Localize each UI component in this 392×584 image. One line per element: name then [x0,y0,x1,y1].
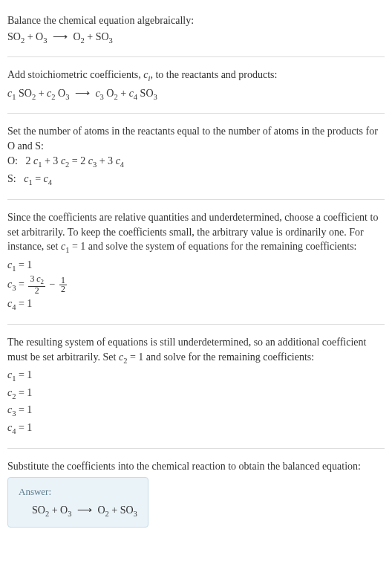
divider [7,448,385,449]
step-balance-intro: Balance the chemical equation algebraica… [7,6,385,53]
c1-final: c1 = 1 [7,368,385,384]
step-substitute: Substitute the coefficients into the che… [7,452,385,535]
step1-text: Balance the chemical equation algebraica… [7,13,385,28]
step6-text: Substitute the coefficients into the che… [7,459,385,474]
divider [7,56,385,57]
answer-label: Answer: [19,485,137,499]
c4-final: c4 = 1 [7,421,385,437]
answer-equation: SO2 + O3 ⟶ O2 + SO3 [19,503,137,519]
step-set-c2: The resulting system of equations is sti… [7,328,385,445]
step-atom-balance: Set the number of atoms in the reactants… [7,117,385,196]
answer-box: Answer: SO2 + O3 ⟶ O2 + SO3 [7,477,148,528]
step2-text: Add stoichiometric coefficients, ci, to … [7,68,385,84]
sulfur-balance: S: c1 = c4 [7,172,385,188]
c3-value: c3 = 3 c22 − 12 [7,275,385,295]
c4-value: c4 = 1 [7,296,385,313]
coef-list-1: c1 = 1 c3 = 3 c22 − 12 c4 = 1 [7,258,385,313]
c3-final: c3 = 1 [7,403,385,419]
c2-final: c2 = 1 [7,386,385,402]
oxygen-balance: O: 2 c1 + 3 c2 = 2 c3 + 3 c4 [7,154,385,170]
c1-value: c1 = 1 [7,258,385,274]
step3-text: Set the number of atoms in the reactants… [7,124,385,153]
step5-text: The resulting system of equations is sti… [7,335,385,366]
step4-text: Since the coefficients are relative quan… [7,210,385,256]
step1-equation: SO2 + O3 ⟶ O2 + SO3 [7,30,385,46]
divider [7,113,385,114]
step-set-c1: Since the coefficients are relative quan… [7,203,385,321]
step-add-coefficients: Add stoichiometric coefficients, ci, to … [7,60,385,110]
coef-list-2: c1 = 1 c2 = 1 c3 = 1 c4 = 1 [7,368,385,437]
divider [7,199,385,200]
step2-equation: c1 SO2 + c2 O3 ⟶ c3 O2 + c4 SO3 [7,86,385,103]
divider [7,324,385,325]
